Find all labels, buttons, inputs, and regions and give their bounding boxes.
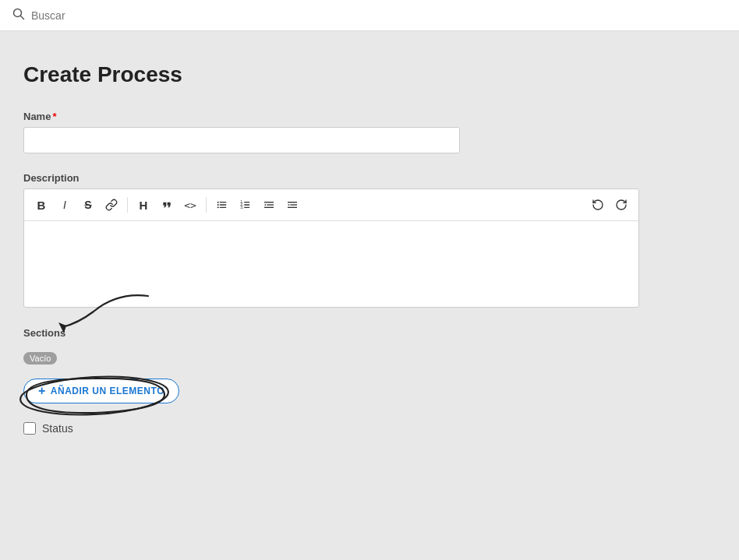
main-content: Create Process Name* Description B I S [0, 31, 670, 466]
toolbar-sep-2 [206, 197, 207, 213]
svg-point-2 [217, 202, 219, 203]
redo-button[interactable] [610, 194, 632, 216]
svg-rect-11 [244, 204, 249, 205]
description-editor: B I S H [23, 188, 639, 308]
svg-rect-9 [244, 202, 249, 203]
svg-text:3.: 3. [240, 205, 243, 210]
svg-rect-7 [220, 207, 227, 208]
status-label[interactable]: Status [42, 422, 73, 435]
code-button[interactable]: <> [179, 194, 201, 216]
svg-point-4 [217, 204, 219, 206]
name-label-text: Name [23, 111, 51, 122]
add-element-button[interactable]: + AÑADIR UN ELEMENTO [23, 379, 179, 403]
add-element-wrap: + AÑADIR UN ELEMENTO [23, 379, 179, 403]
status-checkbox[interactable] [23, 422, 36, 435]
search-input[interactable] [31, 9, 265, 22]
strikethrough-button[interactable]: S [77, 194, 99, 216]
blockquote-button[interactable] [156, 194, 178, 216]
description-editor-body[interactable] [24, 221, 638, 307]
svg-point-6 [217, 206, 219, 208]
svg-rect-3 [220, 202, 227, 203]
plus-icon: + [38, 385, 46, 397]
link-button[interactable] [101, 194, 122, 216]
code-icon: <> [184, 199, 196, 211]
search-icon [12, 8, 25, 23]
description-label: Description [23, 172, 647, 184]
add-element-label: AÑADIR UN ELEMENTO [51, 386, 164, 396]
bold-button[interactable]: B [30, 194, 52, 216]
undo-button[interactable] [587, 194, 609, 216]
bullet-list-button[interactable] [211, 194, 233, 216]
page-title: Create Process [23, 62, 647, 87]
outdent-button[interactable] [258, 194, 280, 216]
sections-label: Sections [23, 327, 65, 339]
ordered-list-button[interactable]: 1. 2. 3. [235, 194, 256, 216]
required-indicator: * [52, 111, 56, 122]
editor-toolbar: B I S H [24, 189, 638, 221]
status-group: Status [23, 422, 647, 435]
italic-button[interactable]: I [54, 194, 76, 216]
search-bar [0, 0, 739, 31]
sections-vacio: Vacío [23, 351, 647, 371]
heading-button[interactable]: H [133, 194, 154, 216]
name-field-group: Name* [23, 111, 647, 153]
sections-group: Sections Vacío + AÑADIR UN ELEMENTO [23, 326, 647, 403]
description-field-group: Description B I S [23, 172, 647, 308]
name-input[interactable] [23, 127, 460, 153]
svg-rect-5 [220, 204, 227, 205]
name-label: Name* [23, 111, 647, 122]
vacio-badge: Vacío [23, 352, 57, 365]
svg-line-1 [21, 16, 24, 19]
indent-button[interactable] [281, 194, 303, 216]
heading-icon: H [140, 199, 148, 212]
svg-rect-13 [244, 207, 249, 208]
toolbar-sep-1 [127, 197, 128, 213]
